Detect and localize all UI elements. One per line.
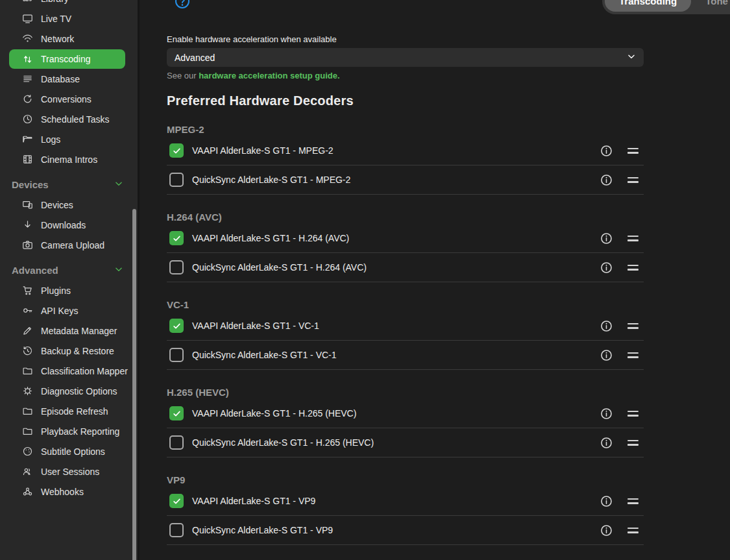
- settings-tabbar: Transcoding Tone Mapping: [602, 0, 730, 14]
- drag-handle-icon[interactable]: [627, 148, 639, 154]
- webhooks-icon: [21, 485, 34, 498]
- info-icon[interactable]: [600, 319, 613, 333]
- help-icon[interactable]: [175, 0, 190, 9]
- sidebar-item-devices[interactable]: Devices: [0, 195, 138, 215]
- decoder-checkbox-checked[interactable]: [169, 143, 184, 158]
- sidebar-item-classification-mapper[interactable]: Classification Mapper: [0, 361, 138, 381]
- info-icon[interactable]: [600, 407, 613, 420]
- sidebar-item-diagnostic-options[interactable]: Diagnostic Options: [0, 381, 138, 401]
- codec-section-header: VP9: [167, 474, 644, 485]
- sidebar-item-label: Logs: [41, 134, 60, 145]
- decoder-row: QuickSync AlderLake-S GT1 - VC-1: [167, 341, 644, 370]
- info-icon[interactable]: [600, 348, 613, 362]
- sidebar-item-downloads[interactable]: Downloads: [0, 215, 138, 235]
- decoder-row: VAAPI AlderLake-S GT1 - H.265 (HEVC): [167, 399, 644, 428]
- decoder-label: VAAPI AlderLake-S GT1 - VP9: [192, 496, 315, 506]
- decoder-checkbox-checked[interactable]: [169, 231, 184, 245]
- decoder-checkbox-unchecked[interactable]: [169, 348, 184, 362]
- decoder-checkbox-unchecked[interactable]: [169, 435, 184, 450]
- diagnostic-options-icon: [21, 385, 34, 398]
- codec-section-header: VC-1: [167, 299, 644, 310]
- sidebar-item-network[interactable]: Network: [0, 29, 138, 49]
- scheduled-tasks-icon: [21, 113, 34, 126]
- plugins-icon: [21, 284, 34, 297]
- sidebar-item-api-keys[interactable]: API Keys: [0, 300, 138, 321]
- sidebar-item-webhooks[interactable]: Webhooks: [0, 481, 138, 502]
- drag-handle-icon[interactable]: [627, 265, 639, 271]
- info-icon[interactable]: [600, 436, 613, 450]
- sidebar-item-metadata-manager[interactable]: Metadata Manager: [0, 321, 138, 341]
- sidebar-item-cinema-intros[interactable]: Cinema Intros: [0, 149, 138, 169]
- drag-handle-icon[interactable]: [627, 411, 639, 417]
- decoder-checkbox-checked[interactable]: [169, 494, 184, 508]
- folder-icon: [21, 365, 34, 378]
- sidebar-item-library[interactable]: Library: [0, 0, 138, 8]
- sidebar-item-label: Devices: [41, 200, 73, 210]
- tab-transcoding[interactable]: Transcoding: [605, 0, 691, 12]
- info-icon[interactable]: [600, 232, 613, 245]
- sidebar-item-label: Scheduled Tasks: [41, 114, 110, 125]
- sidebar-item-label: Backup & Restore: [41, 346, 114, 356]
- sidebar-item-live-tv[interactable]: Live TV: [0, 8, 138, 29]
- page-title: Preferred Hardware Decoders: [167, 93, 644, 108]
- sidebar-item-backup-restore[interactable]: Backup & Restore: [0, 341, 138, 361]
- sidebar-item-conversions[interactable]: Conversions: [0, 89, 138, 109]
- drag-handle-icon[interactable]: [627, 236, 639, 241]
- decoder-label: QuickSync AlderLake-S GT1 - MPEG-2: [192, 175, 350, 185]
- devices-icon: [21, 199, 34, 212]
- chevron-down-icon: [114, 265, 123, 276]
- hwaccel-select[interactable]: Advanced: [167, 48, 644, 67]
- info-icon[interactable]: [600, 144, 613, 158]
- drag-handle-icon[interactable]: [627, 498, 639, 504]
- conversions-icon: [21, 93, 34, 106]
- sidebar-item-label: Camera Upload: [41, 240, 104, 250]
- decoder-checkbox-checked[interactable]: [169, 319, 184, 333]
- decoder-checkbox-unchecked[interactable]: [169, 523, 184, 537]
- decoder-label: QuickSync AlderLake-S GT1 - H.264 (AVC): [192, 262, 367, 273]
- sidebar-section-devices[interactable]: Devices: [0, 175, 138, 195]
- sidebar-item-label: Webhooks: [41, 487, 84, 497]
- decoder-checkbox-unchecked[interactable]: [169, 260, 184, 274]
- sidebar-item-subtitle-options[interactable]: Subtitle Options: [0, 441, 138, 461]
- sidebar-item-logs[interactable]: Logs: [0, 129, 138, 149]
- drag-handle-icon[interactable]: [627, 352, 639, 358]
- sidebar-item-playback-reporting[interactable]: Playback Reporting: [0, 421, 138, 441]
- sidebar-scrollbar[interactable]: [132, 209, 136, 560]
- main-content: Transcoding Tone Mapping Enable hardware…: [141, 0, 730, 560]
- sidebar-item-label: Live TV: [41, 14, 71, 24]
- sidebar-item-label: Metadata Manager: [41, 326, 117, 336]
- sidebar-item-episode-refresh[interactable]: Episode Refresh: [0, 401, 138, 421]
- sidebar-item-label: Plugins: [41, 286, 71, 296]
- drag-handle-icon[interactable]: [627, 528, 639, 533]
- downloads-icon: [21, 219, 34, 232]
- drag-handle-icon[interactable]: [627, 177, 639, 183]
- sidebar-section-label: Devices: [12, 179, 49, 190]
- decoder-checkbox-unchecked[interactable]: [169, 173, 184, 187]
- sidebar-item-transcoding[interactable]: Transcoding: [9, 49, 125, 69]
- sidebar-item-label: Cinema Intros: [41, 154, 97, 165]
- sidebar-section-advanced[interactable]: Advanced: [0, 260, 138, 280]
- decoder-row: QuickSync AlderLake-S GT1 - H.265 (HEVC): [167, 428, 644, 457]
- info-icon[interactable]: [600, 261, 613, 274]
- hwaccel-setup-guide-link[interactable]: hardware acceleration setup guide.: [199, 71, 339, 80]
- network-icon: [21, 32, 34, 45]
- drag-handle-icon[interactable]: [627, 440, 639, 446]
- sidebar-item-scheduled-tasks[interactable]: Scheduled Tasks: [0, 109, 138, 129]
- sidebar-item-user-sessions[interactable]: User Sessions: [0, 461, 138, 481]
- info-icon[interactable]: [600, 173, 613, 187]
- sidebar-item-camera-upload[interactable]: Camera Upload: [0, 235, 138, 255]
- sidebar-item-label: Downloads: [41, 220, 86, 230]
- decoder-label: QuickSync AlderLake-S GT1 - VC-1: [192, 350, 337, 360]
- decoder-label: VAAPI AlderLake-S GT1 - MPEG-2: [192, 145, 334, 156]
- sidebar-item-label: User Sessions: [41, 467, 99, 477]
- tab-tone-mapping[interactable]: Tone Mapping: [691, 0, 730, 12]
- sidebar-item-plugins[interactable]: Plugins: [0, 280, 138, 300]
- sidebar-item-database[interactable]: Database: [0, 69, 138, 89]
- chevron-down-icon: [114, 179, 123, 190]
- drag-handle-icon[interactable]: [627, 323, 639, 329]
- camera-upload-icon: [21, 239, 34, 252]
- info-icon[interactable]: [600, 494, 613, 508]
- info-icon[interactable]: [600, 524, 613, 537]
- codec-section-header: MPEG-2: [167, 124, 644, 135]
- decoder-checkbox-checked[interactable]: [169, 406, 184, 420]
